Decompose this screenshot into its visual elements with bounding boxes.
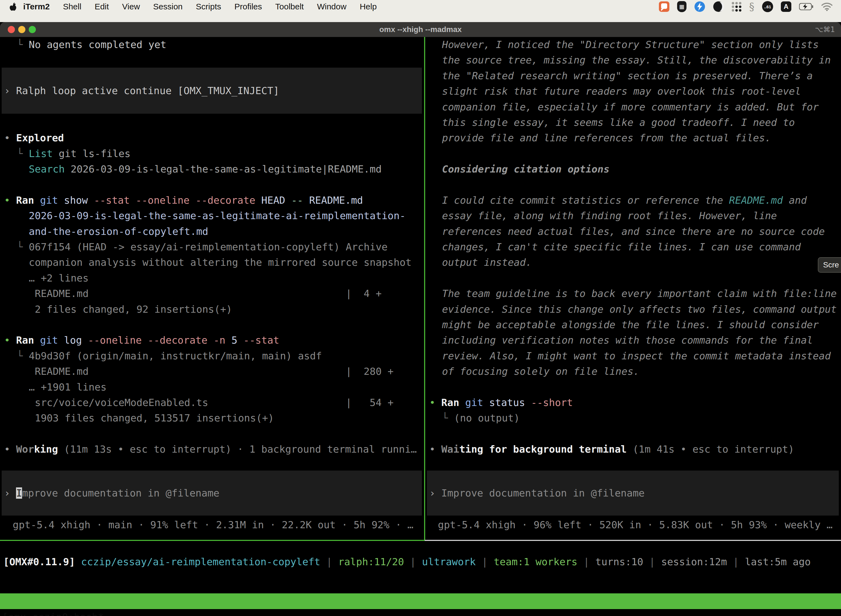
text-segment: └ — [17, 39, 29, 50]
text-segment: 4b9d30f (origin/main, instructkr/main, m… — [29, 350, 322, 362]
text-segment: cczip/essay/ai-reimplementation-copyleft — [81, 556, 320, 568]
right-pane: However, I noticed the "Directory Struct… — [425, 37, 841, 541]
left-pane: └ No agents completed yet• Explored└ Lis… — [0, 37, 424, 541]
apple-menu-icon[interactable] — [9, 3, 16, 11]
badge-61-icon[interactable]: ..61 — [762, 1, 773, 12]
text-segment: git ls-files — [53, 148, 130, 159]
text-segment: the "Related research writing" section i… — [442, 70, 813, 81]
text-segment: However, I noticed the "Directory Struct… — [442, 39, 819, 50]
right-session-status: gpt-5.4 xhigh · 96% left · 520K in · 5.8… — [425, 517, 841, 532]
text-segment: git — [465, 397, 483, 408]
text-segment: king — [34, 443, 58, 455]
thinking-line: The team guideline is to back every impo… — [425, 286, 841, 301]
text-segment: Explored — [16, 132, 64, 144]
right-prompt-input[interactable]: › Improve documentation in @filename — [427, 471, 839, 516]
chat-icon[interactable] — [659, 1, 670, 12]
text-segment: session:12m — [661, 556, 727, 568]
text-segment: • — [4, 334, 16, 346]
text-segment — [459, 397, 465, 408]
screen-tooltip: Scre — [818, 257, 841, 273]
text-segment: --oneline --decorate -n — [88, 334, 226, 346]
text-segment: the source tree, missing the essay. Stil… — [442, 54, 831, 66]
window-shortcut-hint: ⌥⌘1 — [815, 25, 835, 34]
text-segment: provide file and line references from th… — [442, 132, 771, 144]
text-segment: 2026-03-09-is-legal-the-same-as-legitima… — [64, 163, 382, 175]
text-segment: Ran — [441, 397, 459, 408]
text-segment: --short — [531, 397, 573, 408]
text-segment: | — [320, 556, 338, 568]
text-segment: README.md | 280 + — [17, 366, 393, 377]
left-prompt-input[interactable]: › Improve documentation in @filename — [1, 471, 422, 516]
text-segment: companion file, especially if more comme… — [442, 101, 819, 113]
bolt-icon[interactable] — [694, 1, 705, 12]
terminal-line — [425, 270, 841, 286]
squiggle-icon[interactable]: § — [749, 0, 755, 13]
diffstat-line: src/voice/voiceModeEnabled.ts | 54 + — [0, 395, 424, 411]
tmux-session-name[interactable]: [omx-cczip0:bash* — [2, 609, 104, 616]
text-segment: (1m 41s • esc to interrupt) — [627, 443, 794, 455]
text-segment — [17, 163, 29, 175]
terminal-line — [425, 380, 841, 395]
text-segment: | — [577, 556, 595, 568]
text-segment: (11m 13s • esc to interrupt) · 1 backgro… — [58, 443, 417, 455]
explored-search-line: Search 2026-03-09-is-legal-the-same-as-l… — [0, 161, 424, 177]
menu-item-scripts[interactable]: Scripts — [189, 2, 228, 11]
text-segment: Ran — [16, 334, 34, 346]
thinking-heading: Considering citation options — [425, 161, 841, 177]
elided-lines: … +2 lines — [0, 270, 424, 286]
text-segment: ralph:11/20 — [338, 556, 404, 568]
text-segment: └ — [17, 148, 29, 159]
menu-item-view[interactable]: View — [116, 2, 147, 11]
shield-icon[interactable]: ▦ — [677, 1, 687, 12]
battery-icon[interactable] — [799, 3, 813, 10]
terminal-line — [425, 177, 841, 193]
text-segment: src/voice/voiceModeEnabled.ts | 54 + — [17, 397, 393, 408]
terminal-line — [0, 115, 424, 130]
text-segment: including verification notes with those … — [442, 334, 813, 346]
text-segment: 067f154 (HEAD -> essay/ai-reimplementati… — [29, 241, 387, 252]
text-segment: 2 files changed, 92 insertions(+) — [17, 304, 232, 315]
menu-item-help[interactable]: Help — [353, 2, 384, 11]
text-segment: README.md — [729, 195, 783, 206]
menu-item-toolbelt[interactable]: Toolbelt — [269, 2, 311, 11]
elided-lines: … +1901 lines — [0, 380, 424, 395]
text-segment: › — [4, 85, 16, 96]
explored-list-line: └ List git ls-files — [0, 146, 424, 161]
thinking-line: I could cite commit statistics or refere… — [425, 193, 841, 208]
text-segment: 5 — [226, 334, 243, 346]
thinking-line: changes, I can't cite specific file line… — [425, 239, 841, 255]
text-segment: slight risk that future readers may over… — [442, 85, 801, 97]
text-segment: Wai — [441, 443, 459, 455]
menu-item-profiles[interactable]: Profiles — [228, 2, 268, 11]
wifi-icon[interactable] — [821, 2, 833, 11]
thinking-line: the source tree, missing the essay. Stil… — [425, 53, 841, 68]
menu-item-iterm2[interactable]: iTerm2 — [16, 2, 56, 11]
text-segment: Search — [29, 163, 64, 175]
text-segment: (no output) — [454, 412, 520, 424]
menu-item-window[interactable]: Window — [311, 2, 353, 11]
text-segment: Wor — [16, 443, 34, 455]
inject-input[interactable]: › Ralph loop active continue [OMX_TMUX_I… — [1, 67, 422, 114]
thinking-line: However, I noticed the "Directory Struct… — [425, 37, 841, 53]
text-segment: README.md | 4 + — [17, 288, 382, 299]
text-segment: of focusing solely on file lines. — [442, 366, 639, 377]
moon-icon[interactable] — [713, 1, 724, 12]
menu-item-shell[interactable]: Shell — [56, 2, 88, 11]
ran-git-log-line: • Ran git log --oneline --decorate -n 5 … — [0, 333, 424, 348]
input-source-icon[interactable]: A — [781, 1, 791, 12]
menu-bar: iTerm2 Shell Edit View Session Scripts P… — [0, 0, 841, 22]
terminal-line — [0, 426, 424, 441]
app-grid-icon[interactable] — [732, 2, 741, 12]
menu-item-edit[interactable]: Edit — [88, 2, 116, 11]
text-segment: └ — [17, 350, 29, 362]
terminal-line — [425, 146, 841, 161]
text-segment: might be acceptable alongside the file l… — [442, 319, 819, 330]
thinking-line: essay file, along with finding root file… — [425, 208, 841, 224]
text-segment: No agents completed yet — [29, 39, 166, 50]
text-segment: List — [29, 148, 53, 159]
text-segment: | — [643, 556, 661, 568]
menu-item-session[interactable]: Session — [147, 2, 189, 11]
text-segment: I — [16, 487, 22, 499]
commit-line: └ 067f154 (HEAD -> essay/ai-reimplementa… — [0, 239, 424, 255]
explored-header: • Explored — [0, 130, 424, 146]
